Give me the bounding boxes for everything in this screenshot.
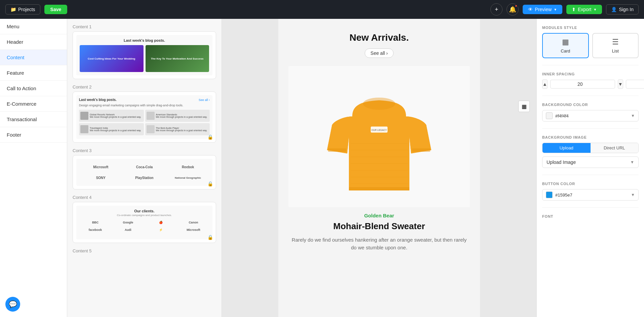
client-audi: Audi [112, 227, 144, 233]
blog1-title: Last week's blog posts. [80, 38, 209, 42]
projects-button[interactable]: 📁 Projects [5, 4, 40, 14]
content-label-1: Content 1 [73, 24, 216, 29]
chevron-down-icon: ▼ [594, 8, 597, 11]
blog1-img2: The Key To Your Motivation And Success [146, 45, 209, 72]
logo-sony: SONY [80, 176, 121, 180]
clients-title: Our clients. [80, 209, 209, 213]
blog1-img1: Cost Cutting Ideas For Your Wedding [80, 45, 144, 72]
signin-button[interactable]: 👤 Sign In [606, 4, 639, 14]
font-section: FONT [542, 214, 639, 222]
logo-microsoft: Microsoft [80, 165, 121, 169]
product-image: OUR LEGACY [288, 66, 470, 207]
sidebar-item-feature[interactable]: Feature [0, 65, 67, 81]
inner-spacing-section: INNER SPACING ▲ ▼ [542, 72, 639, 89]
logo-reebok: Reebok [167, 165, 208, 169]
plus-icon: + [495, 6, 498, 13]
see-all-button[interactable]: See all › [365, 48, 393, 58]
content-label-5: Content 5 [73, 248, 216, 253]
lock-icon-3: 🔒 [207, 181, 213, 186]
blog2-link: See all › [199, 98, 210, 102]
content-section-1: Content 1 Last week's blog posts. Cost C… [73, 24, 216, 79]
preview-area: New Arrivals. See all › [222, 19, 536, 317]
svg-rect-12 [412, 148, 430, 152]
button-color-control[interactable]: #1595e7 ▼ [542, 189, 639, 201]
svg-rect-10 [349, 187, 409, 190]
spacing-down-button[interactable]: ▼ [618, 79, 623, 89]
logo-natgeo: National Geographic [167, 176, 208, 179]
logo-cocacola: Coca-Cola [124, 165, 165, 169]
bg-tab-direct-url[interactable]: Direct URL [591, 143, 639, 153]
bg-image-tabs: Upload Direct URL [542, 143, 639, 153]
spacing-up-button[interactable]: ▲ [542, 79, 548, 89]
save-button[interactable]: Save [44, 5, 68, 14]
folder-icon: 📁 [10, 7, 16, 12]
divider-5 [542, 207, 639, 208]
spacing-right-input[interactable] [626, 80, 644, 89]
email-preview: New Arrivals. See all › [278, 19, 480, 317]
button-color-section: BUTTON COLOR #1595e7 ▼ [542, 182, 639, 201]
spacing-control: ▲ ▼ [542, 79, 639, 89]
client-bbc: BBC [80, 219, 111, 225]
client-canon: Canon [178, 219, 209, 225]
sidebar-item-ecommerce[interactable]: E-Commerce [0, 96, 67, 112]
button-color-swatch [546, 191, 553, 198]
sweater-svg: OUR LEGACY [325, 76, 433, 197]
logo-playstation: PlayStation [124, 176, 165, 180]
module-style-options: ▦ Card ☰ List [542, 33, 639, 58]
sidebar-item-content[interactable]: Content [0, 50, 67, 65]
bg-tab-upload[interactable]: Upload [542, 143, 591, 153]
add-button[interactable]: + [490, 3, 502, 15]
user-icon: 👤 [611, 7, 617, 12]
content-section-2: Content 2 Last week's blog posts. See al… [73, 84, 216, 143]
preview-button[interactable]: 👁 Preview ▼ [523, 5, 562, 14]
upload-dropdown-chevron-icon: ▼ [630, 160, 634, 165]
content-card-2[interactable]: Last week's blog posts. See all › Design… [73, 92, 216, 143]
client-google: Google [112, 219, 144, 225]
content-label-2: Content 2 [73, 84, 216, 90]
notifications-button[interactable]: 🔔 [507, 3, 519, 15]
left-sidebar: Menu Header Content Feature Call to Acti… [0, 19, 67, 317]
list-option-label: List [612, 48, 619, 54]
content-card-4[interactable]: Our clients. Co-ordinate campaigns and p… [73, 202, 216, 243]
svg-point-0 [363, 98, 395, 110]
export-button[interactable]: ⬆ Export ▼ [566, 5, 602, 14]
bg-color-control[interactable]: #f4f4f4 ▼ [542, 110, 639, 121]
button-color-value: #1595e7 [555, 192, 628, 198]
content-section-3: Content 3 Microsoft Coca-Cola Reebok SON… [73, 148, 216, 189]
sidebar-item-header[interactable]: Header [0, 34, 67, 50]
sidebar-item-footer[interactable]: Footer [0, 127, 67, 143]
content-label-3: Content 3 [73, 148, 216, 153]
client-facebook: facebook [80, 227, 111, 233]
sidebar-item-transactional[interactable]: Transactional [0, 112, 67, 127]
content-card-3[interactable]: Microsoft Coca-Cola Reebok SONY PlayStat… [73, 155, 216, 189]
client-microsoft: Microsoft [178, 227, 209, 233]
divider-4 [542, 175, 639, 175]
spacing-left-input[interactable] [550, 80, 615, 89]
sidebar-item-call-to-action[interactable]: Call to Action [0, 81, 67, 96]
brand-name: Golden Bear [288, 213, 470, 218]
bg-color-section: BACKGROUND COLOR #f4f4f4 ▼ [542, 103, 639, 121]
upload-image-label: Upload Image [547, 160, 576, 165]
right-panel: MODULES STYLE ▦ Card ☰ List INNER SPACIN… [536, 19, 644, 317]
eye-icon: 👁 [528, 7, 533, 12]
lock-icon-2: 🔒 [207, 134, 213, 140]
blog2-title: Last week's blog posts. [79, 98, 117, 102]
module-option-card[interactable]: ▦ Card [542, 33, 589, 58]
bg-color-swatch [546, 112, 553, 119]
product-description: Rarely do we find ourselves hankering af… [288, 236, 470, 251]
bg-image-title: BACKGROUND IMAGE [542, 135, 639, 139]
sidebar-item-menu[interactable]: Menu [0, 19, 67, 34]
sidebar-bottom: 💬 [0, 291, 67, 317]
svg-text:OUR LEGACY: OUR LEGACY [371, 129, 387, 131]
list-layout-icon: ☰ [612, 38, 619, 46]
export-icon: ⬆ [572, 7, 576, 12]
divider-3 [542, 128, 639, 129]
see-all-container: See all › [288, 48, 470, 58]
content-section-4: Content 4 Our clients. Co-ordinate campa… [73, 195, 216, 243]
bg-image-section: BACKGROUND IMAGE Upload Direct URL Uploa… [542, 135, 639, 168]
grid-view-button[interactable]: ▦ [518, 101, 530, 112]
content-card-1[interactable]: Last week's blog posts. Cost Cutting Ide… [73, 31, 216, 79]
upload-image-dropdown[interactable]: Upload Image ▼ [542, 156, 639, 168]
chat-button[interactable]: 💬 [5, 297, 20, 312]
module-option-list[interactable]: ☰ List [592, 33, 639, 58]
